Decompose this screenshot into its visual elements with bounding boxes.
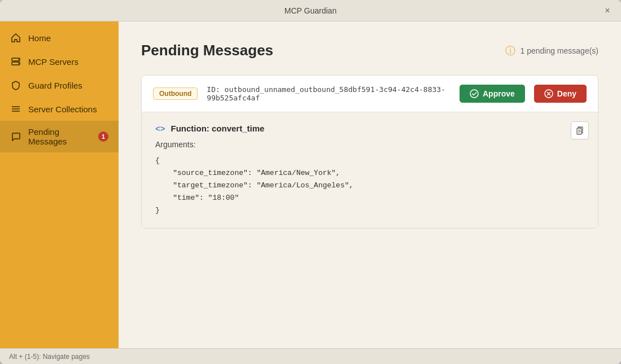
page-title: Pending Messages — [141, 42, 273, 59]
function-name: Function: convert_time — [171, 124, 265, 133]
sidebar-item-guard-profiles[interactable]: Guard Profiles — [0, 73, 119, 97]
deny-label: Deny — [557, 89, 576, 98]
sidebar-item-server-collections[interactable]: Server Collections — [0, 97, 119, 121]
main-content: Pending Messages ⓘ 1 pending message(s) … — [119, 21, 621, 348]
page-header: Pending Messages ⓘ 1 pending message(s) — [141, 42, 598, 59]
close-button[interactable]: × — [601, 4, 614, 17]
message-header: Outbound ID: outbound_unnamed_outbound_5… — [142, 76, 598, 112]
sidebar-item-pending-messages-label: Pending Messages — [28, 127, 91, 146]
message-body: <> Function: convert_time Arguments: { "… — [142, 112, 598, 228]
approve-label: Approve — [483, 89, 515, 98]
sidebar-item-home-label: Home — [28, 33, 51, 43]
code-brackets-icon: <> — [155, 124, 165, 133]
sidebar-item-pending-messages[interactable]: Pending Messages 1 — [0, 121, 119, 152]
clipboard-button[interactable] — [571, 121, 589, 139]
message-card: Outbound ID: outbound_unnamed_outbound_5… — [141, 75, 598, 229]
sidebar-item-server-collections-label: Server Collections — [28, 104, 97, 114]
function-line: <> Function: convert_time — [155, 124, 584, 133]
titlebar: MCP Guardian × — [0, 0, 621, 21]
svg-point-2 — [18, 59, 19, 60]
deny-button[interactable]: Deny — [534, 85, 587, 103]
bars-icon — [10, 103, 21, 115]
check-icon — [470, 89, 479, 98]
statusbar-text: Alt + (1-5): Navigate pages — [9, 353, 90, 361]
message-id: ID: outbound_unnamed_outbound_58dbf591-3… — [207, 85, 451, 102]
sidebar: Home MCP Servers — [0, 21, 119, 348]
direction-badge: Outbound — [153, 87, 198, 100]
code-block: { "source_timezone": "America/New_York",… — [155, 155, 584, 217]
pending-count-text: 1 pending message(s) — [520, 46, 598, 55]
svg-point-3 — [18, 63, 19, 64]
approve-button[interactable]: Approve — [460, 85, 525, 103]
arguments-label: Arguments: — [155, 140, 584, 149]
sidebar-item-mcp-servers-label: MCP Servers — [28, 57, 78, 67]
chat-icon — [10, 131, 21, 142]
statusbar: Alt + (1-5): Navigate pages — [0, 348, 621, 364]
sidebar-item-mcp-servers[interactable]: MCP Servers — [0, 50, 119, 73]
clipboard-icon — [575, 126, 584, 135]
pending-count-area: ⓘ 1 pending message(s) — [505, 44, 598, 58]
home-icon — [10, 32, 21, 43]
sidebar-item-home[interactable]: Home — [0, 26, 119, 50]
x-circle-icon — [544, 89, 553, 98]
pending-messages-badge: 1 — [98, 131, 108, 142]
svg-point-7 — [470, 90, 478, 98]
app-window: MCP Guardian × Home — [0, 0, 621, 364]
shield-icon — [10, 80, 21, 91]
app-body: Home MCP Servers — [0, 21, 621, 348]
window-title: MCP Guardian — [285, 6, 336, 15]
info-icon: ⓘ — [505, 44, 515, 58]
sidebar-item-guard-profiles-label: Guard Profiles — [28, 81, 82, 90]
server-icon — [10, 56, 21, 67]
